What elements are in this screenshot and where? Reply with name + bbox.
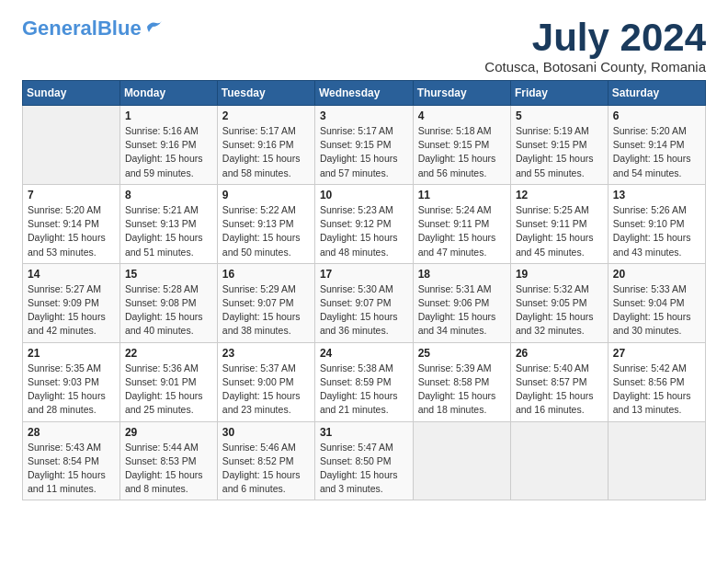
day-info: Sunrise: 5:46 AMSunset: 8:52 PMDaylight:…: [222, 441, 310, 497]
day-number: 18: [418, 268, 506, 281]
day-number: 14: [28, 268, 115, 281]
day-of-week-header: Monday: [119, 81, 217, 106]
day-number: 22: [125, 347, 212, 360]
day-info: Sunrise: 5:17 AMSunset: 9:16 PMDaylight:…: [222, 124, 310, 180]
calendar-cell: 7Sunrise: 5:20 AMSunset: 9:14 PMDaylight…: [23, 184, 120, 263]
calendar-cell: 1Sunrise: 5:16 AMSunset: 9:16 PMDaylight…: [119, 106, 217, 185]
calendar-cell: 29Sunrise: 5:44 AMSunset: 8:53 PMDayligh…: [119, 421, 217, 500]
month-title: July 2024: [484, 18, 706, 57]
day-of-week-header: Friday: [510, 81, 608, 106]
day-number: 10: [320, 189, 408, 201]
logo-general: General: [22, 17, 97, 40]
day-of-week-header: Thursday: [413, 81, 510, 106]
calendar-cell: 31Sunrise: 5:47 AMSunset: 8:50 PMDayligh…: [314, 421, 413, 500]
calendar-cell: 6Sunrise: 5:20 AMSunset: 9:14 PMDaylight…: [608, 106, 705, 185]
day-info: Sunrise: 5:20 AMSunset: 9:14 PMDaylight:…: [613, 124, 700, 180]
calendar-cell: 19Sunrise: 5:32 AMSunset: 9:05 PMDayligh…: [510, 263, 608, 342]
calendar-cell: 4Sunrise: 5:18 AMSunset: 9:15 PMDaylight…: [413, 106, 510, 185]
calendar-cell: [608, 421, 705, 500]
day-number: 28: [28, 426, 115, 439]
calendar-cell: 9Sunrise: 5:22 AMSunset: 9:13 PMDaylight…: [217, 184, 314, 263]
calendar-cell: 17Sunrise: 5:30 AMSunset: 9:07 PMDayligh…: [314, 263, 413, 342]
calendar-cell: 26Sunrise: 5:40 AMSunset: 8:57 PMDayligh…: [510, 342, 608, 421]
day-info: Sunrise: 5:29 AMSunset: 9:07 PMDaylight:…: [222, 282, 310, 339]
day-number: 23: [222, 347, 310, 360]
calendar-cell: 24Sunrise: 5:38 AMSunset: 8:59 PMDayligh…: [314, 342, 413, 421]
calendar-cell: 2Sunrise: 5:17 AMSunset: 9:16 PMDaylight…: [217, 106, 314, 185]
day-number: 25: [418, 347, 506, 360]
calendar-header-row: SundayMondayTuesdayWednesdayThursdayFrid…: [23, 81, 706, 106]
day-number: 5: [516, 109, 603, 122]
calendar-cell: 25Sunrise: 5:39 AMSunset: 8:58 PMDayligh…: [413, 342, 510, 421]
day-number: 20: [613, 268, 700, 281]
day-number: 6: [613, 109, 700, 122]
day-info: Sunrise: 5:27 AMSunset: 9:09 PMDaylight:…: [28, 282, 115, 339]
day-info: Sunrise: 5:28 AMSunset: 9:08 PMDaylight:…: [125, 282, 212, 339]
day-number: 9: [222, 189, 310, 201]
logo: GeneralBlue: [22, 18, 164, 39]
calendar-cell: 10Sunrise: 5:23 AMSunset: 9:12 PMDayligh…: [314, 184, 413, 263]
day-number: 12: [516, 189, 603, 201]
day-info: Sunrise: 5:25 AMSunset: 9:11 PMDaylight:…: [516, 203, 603, 259]
day-info: Sunrise: 5:39 AMSunset: 8:58 PMDaylight:…: [418, 362, 506, 418]
location-subtitle: Cotusca, Botosani County, Romania: [484, 59, 706, 75]
calendar-cell: [510, 421, 608, 500]
day-info: Sunrise: 5:43 AMSunset: 8:54 PMDaylight:…: [28, 441, 115, 497]
day-info: Sunrise: 5:44 AMSunset: 8:53 PMDaylight:…: [125, 441, 212, 497]
calendar-cell: 8Sunrise: 5:21 AMSunset: 9:13 PMDaylight…: [119, 184, 217, 263]
day-number: 19: [516, 268, 603, 281]
logo-bird-icon: [143, 19, 164, 34]
day-of-week-header: Wednesday: [314, 81, 413, 106]
day-number: 30: [222, 426, 310, 439]
calendar-week-row: 7Sunrise: 5:20 AMSunset: 9:14 PMDaylight…: [23, 184, 706, 263]
calendar-cell: [413, 421, 510, 500]
day-number: 31: [320, 426, 408, 439]
day-info: Sunrise: 5:35 AMSunset: 9:03 PMDaylight:…: [28, 362, 115, 418]
calendar-cell: 15Sunrise: 5:28 AMSunset: 9:08 PMDayligh…: [119, 263, 217, 342]
title-area: July 2024 Cotusca, Botosani County, Roma…: [484, 18, 706, 75]
day-info: Sunrise: 5:47 AMSunset: 8:50 PMDaylight:…: [320, 441, 408, 497]
day-number: 26: [516, 347, 603, 360]
day-info: Sunrise: 5:16 AMSunset: 9:16 PMDaylight:…: [125, 124, 212, 180]
day-info: Sunrise: 5:26 AMSunset: 9:10 PMDaylight:…: [613, 203, 700, 259]
day-info: Sunrise: 5:30 AMSunset: 9:07 PMDaylight:…: [320, 282, 408, 339]
day-info: Sunrise: 5:37 AMSunset: 9:00 PMDaylight:…: [222, 362, 310, 418]
calendar-cell: 18Sunrise: 5:31 AMSunset: 9:06 PMDayligh…: [413, 263, 510, 342]
calendar-cell: 16Sunrise: 5:29 AMSunset: 9:07 PMDayligh…: [217, 263, 314, 342]
calendar-cell: [23, 106, 120, 185]
calendar-week-row: 1Sunrise: 5:16 AMSunset: 9:16 PMDaylight…: [23, 106, 706, 185]
calendar-cell: 22Sunrise: 5:36 AMSunset: 9:01 PMDayligh…: [119, 342, 217, 421]
calendar-cell: 14Sunrise: 5:27 AMSunset: 9:09 PMDayligh…: [23, 263, 120, 342]
day-number: 13: [613, 189, 700, 201]
day-number: 7: [28, 189, 115, 201]
day-info: Sunrise: 5:38 AMSunset: 8:59 PMDaylight:…: [320, 362, 408, 418]
day-info: Sunrise: 5:31 AMSunset: 9:06 PMDaylight:…: [418, 282, 506, 339]
day-number: 29: [125, 426, 212, 439]
day-info: Sunrise: 5:32 AMSunset: 9:05 PMDaylight:…: [516, 282, 603, 339]
calendar-week-row: 28Sunrise: 5:43 AMSunset: 8:54 PMDayligh…: [23, 421, 706, 500]
calendar-cell: 5Sunrise: 5:19 AMSunset: 9:15 PMDaylight…: [510, 106, 608, 185]
day-number: 3: [320, 109, 408, 122]
calendar-cell: 27Sunrise: 5:42 AMSunset: 8:56 PMDayligh…: [608, 342, 705, 421]
day-info: Sunrise: 5:40 AMSunset: 8:57 PMDaylight:…: [516, 362, 603, 418]
calendar-cell: 11Sunrise: 5:24 AMSunset: 9:11 PMDayligh…: [413, 184, 510, 263]
calendar-cell: 30Sunrise: 5:46 AMSunset: 8:52 PMDayligh…: [217, 421, 314, 500]
day-info: Sunrise: 5:21 AMSunset: 9:13 PMDaylight:…: [125, 203, 212, 259]
day-number: 1: [125, 109, 212, 122]
day-number: 27: [613, 347, 700, 360]
calendar-cell: 28Sunrise: 5:43 AMSunset: 8:54 PMDayligh…: [23, 421, 120, 500]
day-of-week-header: Saturday: [608, 81, 705, 106]
logo-blue: Blue: [97, 17, 142, 40]
calendar-cell: 3Sunrise: 5:17 AMSunset: 9:15 PMDaylight…: [314, 106, 413, 185]
day-info: Sunrise: 5:23 AMSunset: 9:12 PMDaylight:…: [320, 203, 408, 259]
day-number: 17: [320, 268, 408, 281]
day-info: Sunrise: 5:42 AMSunset: 8:56 PMDaylight:…: [613, 362, 700, 418]
calendar-cell: 20Sunrise: 5:33 AMSunset: 9:04 PMDayligh…: [608, 263, 705, 342]
day-number: 11: [418, 189, 506, 201]
logo-text: GeneralBlue: [22, 18, 142, 39]
day-info: Sunrise: 5:20 AMSunset: 9:14 PMDaylight:…: [28, 203, 115, 259]
calendar-week-row: 14Sunrise: 5:27 AMSunset: 9:09 PMDayligh…: [23, 263, 706, 342]
day-info: Sunrise: 5:17 AMSunset: 9:15 PMDaylight:…: [320, 124, 408, 180]
day-number: 24: [320, 347, 408, 360]
day-number: 16: [222, 268, 310, 281]
